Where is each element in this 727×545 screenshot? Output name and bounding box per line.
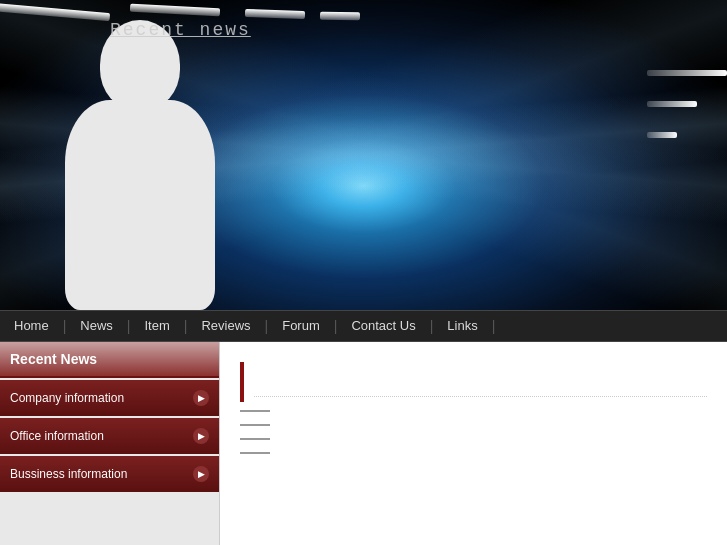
navigation-bar: Home | News | Item | Reviews | Forum | C… <box>0 310 727 342</box>
nav-sep-7: | <box>492 310 496 342</box>
hero-title: Recent news <box>110 20 251 40</box>
sidebar: Recent News Company information ▶ Office… <box>0 342 220 545</box>
content-dash-4 <box>240 452 270 454</box>
nav-item[interactable]: Item <box>130 310 183 342</box>
sidebar-item-company-label: Company information <box>10 391 124 405</box>
sidebar-item-business-arrow: ▶ <box>193 466 209 482</box>
content-area: Recent News Company information ▶ Office… <box>0 342 727 545</box>
sidebar-item-office[interactable]: Office information ▶ <box>0 418 219 454</box>
content-dash-1 <box>240 410 270 412</box>
nav-forum[interactable]: Forum <box>268 310 334 342</box>
hero-section: Recent news <box>0 0 727 310</box>
right-lights <box>647 70 727 163</box>
sidebar-header-text: Recent News <box>10 351 97 367</box>
main-content <box>220 342 727 545</box>
sidebar-item-business-label: Bussiness information <box>10 467 127 481</box>
person-silhouette <box>40 20 240 310</box>
sidebar-item-office-arrow: ▶ <box>193 428 209 444</box>
content-dash-2 <box>240 424 270 426</box>
nav-home[interactable]: Home <box>0 310 63 342</box>
nav-contact-us[interactable]: Contact Us <box>337 310 429 342</box>
content-accent-bar <box>240 362 244 402</box>
sidebar-item-office-label: Office information <box>10 429 104 443</box>
sidebar-item-company-arrow: ▶ <box>193 390 209 406</box>
content-dash-3 <box>240 438 270 440</box>
sidebar-item-business[interactable]: Bussiness information ▶ <box>0 456 219 492</box>
nav-reviews[interactable]: Reviews <box>187 310 264 342</box>
sidebar-item-company[interactable]: Company information ▶ <box>0 380 219 416</box>
nav-links[interactable]: Links <box>433 310 491 342</box>
sidebar-header: Recent News <box>0 342 219 378</box>
nav-news[interactable]: News <box>66 310 127 342</box>
